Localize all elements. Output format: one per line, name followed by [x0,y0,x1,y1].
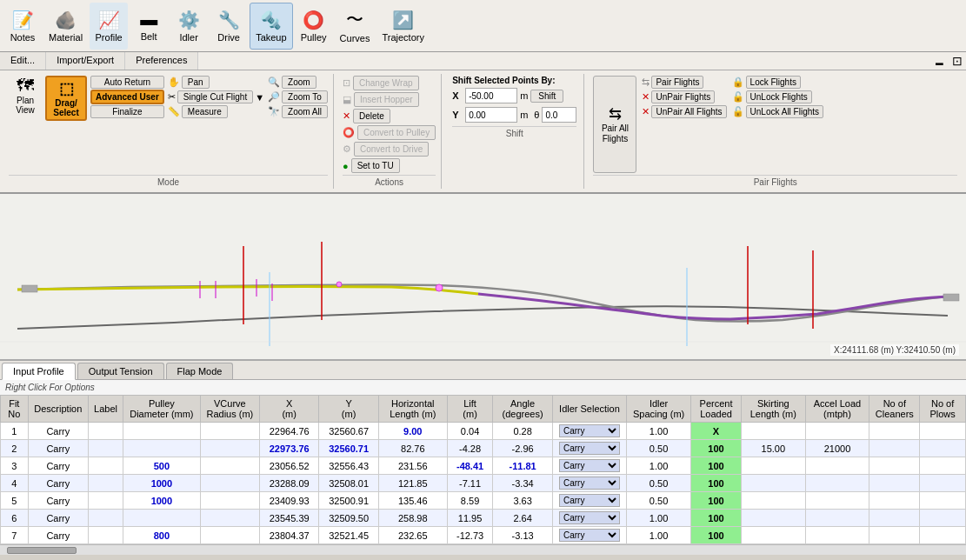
zoom-all-row: 🔭 Zoom All [268,105,328,118]
zoom-to-icon: 🔎 [268,91,280,103]
pan-icon: ✋ [168,77,180,88]
insert-hopper-btn[interactable]: Insert Hopper [354,92,419,107]
convert-drive-row: ⚙ Convert to Drive [343,142,436,157]
h-scrollbar-thumb[interactable] [7,547,77,554]
shift-x-label: X [452,90,463,101]
idler-select[interactable]: Carry [559,477,620,490]
pan-btn[interactable]: Pan [182,76,210,89]
single-cut-flight-btn[interactable]: Single Cut Flight [177,90,253,103]
finalize-btn[interactable]: Finalize [90,105,164,118]
toolbar-belt[interactable]: ▬ Belt [130,3,168,50]
delete-btn[interactable]: Delete [353,109,390,123]
change-wrap-row: ⊡ Change Wrap [343,76,436,90]
idler-select[interactable]: Carry [559,494,620,507]
convert-pulley-btn[interactable]: Convert to Pulley [357,125,436,140]
svg-rect-14 [943,294,959,301]
toolbar-notes[interactable]: 📝 Notes [3,3,42,50]
ribbon-tab-import-export[interactable]: Import/Export [46,52,125,70]
toolbar-pulley[interactable]: ⭕ Pulley [295,3,333,50]
shift-theta-input[interactable] [542,107,576,123]
toolbar-trajectory-label: Trajectory [382,32,424,43]
pair-flights-btn[interactable]: Pair Flights [651,76,703,89]
svg-point-11 [336,282,342,287]
h-scrollbar[interactable] [0,544,966,555]
table-row: 6Carry23545.3932509.50258.9811.952.64Car… [1,510,966,527]
th-accel: Accel Load(mtph) [805,396,869,423]
zoom-to-btn[interactable]: Zoom To [282,90,328,103]
drag-select-btn[interactable]: ⬚ Drag/ Select [45,76,87,121]
toolbar-pulley-label: Pulley [301,32,327,43]
idler-select[interactable]: Carry [559,424,620,437]
pair-flights-content: ⇆ Pair AllFlights ⇆ Pair Flights ✕ UnPai… [593,76,957,173]
unpair-flights-btn[interactable]: UnPair Flights [651,90,715,103]
toolbar-idler[interactable]: ⚙️ Idler [170,3,208,50]
idler-select[interactable]: Carry [559,511,620,524]
th-idler-spacing: IdlerSpacing (m) [627,396,691,423]
tab-output-tension[interactable]: Output Tension [77,363,164,379]
single-cut-row: ✂ Single Cut Flight ▼ [168,90,264,103]
toolbar-curves[interactable]: 〜 Curves [335,3,376,50]
shift-btn[interactable]: Shift [530,90,563,103]
tab-input-profile[interactable]: Input Profile [2,363,76,380]
minimize-btn[interactable]: 🗕 [929,52,949,70]
canvas-area[interactable]: X:24111.68 (m) Y:32410.50 (m) [0,194,966,359]
single-cut-icon: ✂ [168,91,176,103]
actions-group: ⊡ Change Wrap ⬓ Insert Hopper ✕ Delete ⭕… [337,74,442,189]
unlock-flights-btn[interactable]: UnLock Flights [746,90,812,103]
shift-x-input[interactable] [465,88,517,103]
shift-y-input[interactable] [465,107,517,123]
svg-point-12 [436,284,443,291]
measure-icon: 📏 [168,106,180,117]
plan-view-btn[interactable]: 🗺 PlanView [9,76,42,115]
toolbar-takeup[interactable]: 🔩 Takeup [250,3,292,50]
advanced-user-btn[interactable]: Advanced User [90,90,164,104]
unpair-all-btn[interactable]: UnPair All Flights [651,105,726,118]
data-table-container[interactable]: FitNo Description Label PulleyDiameter (… [0,395,966,544]
zoom-all-btn[interactable]: Zoom All [282,105,328,118]
shift-group: Shift Selected Points By: X m Shift Y m … [445,74,584,189]
table-row: 2Carry22973.7632560.7182.76-4.28-2.96Car… [1,440,966,457]
pair-flights-row: ⇆ Pair Flights [642,76,726,89]
shift-label: Shift [452,126,576,138]
maximize-btn[interactable]: ⊡ [949,52,966,70]
zoom-btn[interactable]: Zoom [282,76,316,89]
insert-hopper-icon: ⬓ [343,94,351,105]
pair-column: ⇆ Pair Flights ✕ UnPair Flights ✕ UnPair… [642,76,726,173]
convert-drive-btn[interactable]: Convert to Drive [354,142,429,157]
set-to-tu-row: ● Set to TU [343,158,436,173]
pair-all-btn[interactable]: ⇆ Pair AllFlights [593,76,636,173]
toolbar-drive-label: Drive [217,32,240,43]
idler-icon: ⚙️ [178,10,200,30]
unlock-all-icon: 🔓 [732,106,744,117]
idler-select[interactable]: Carry [559,442,620,455]
ribbon-tab-preferences[interactable]: Preferences [125,52,198,70]
pair-flights-group: ⇆ Pair AllFlights ⇆ Pair Flights ✕ UnPai… [588,74,963,189]
toolbar-material[interactable]: 🪨 Material [43,3,88,50]
shift-y-unit: m [520,110,528,120]
toolbar-takeup-label: Takeup [256,32,286,43]
pan-row: ✋ Pan [168,76,264,89]
lock-flights-btn[interactable]: Lock Flights [746,76,801,89]
ribbon-tab-edit[interactable]: Edit... [0,52,46,70]
ribbon: Edit... Import/Export Preferences 🗕 ⊡ 🗺 … [0,52,966,194]
convert-drive-icon: ⚙ [343,143,351,155]
toolbar-drive[interactable]: 🔧 Drive [210,3,248,50]
set-to-tu-btn[interactable]: Set to TU [351,158,400,173]
auto-return-btn[interactable]: Auto Return [90,76,164,89]
measure-btn[interactable]: Measure [182,105,228,118]
ribbon-tabs: Edit... Import/Export Preferences 🗕 ⊡ [0,52,966,70]
toolbar-profile[interactable]: 📈 Profile [90,3,128,50]
ribbon-content: 🗺 PlanView ⬚ Drag/ Select Auto Return Ad… [0,70,966,192]
idler-select[interactable]: Carry [559,459,620,472]
tab-flap-mode[interactable]: Flap Mode [166,363,234,379]
coords-display: X:24111.68 (m) Y:32410.50 (m) [830,344,959,356]
conveyor-svg [0,194,966,359]
unlock-all-btn[interactable]: UnLock All Flights [746,105,823,118]
plan-view-label: PlanView [16,96,35,115]
change-wrap-btn[interactable]: Change Wrap [353,76,419,90]
idler-select[interactable]: Carry [559,529,620,542]
toolbar-trajectory[interactable]: ↗️ Trajectory [376,3,430,50]
actions-content: ⊡ Change Wrap ⬓ Insert Hopper ✕ Delete [343,76,436,123]
insert-hopper-row: ⬓ Insert Hopper [343,92,436,107]
profile-icon: 📈 [98,10,120,30]
